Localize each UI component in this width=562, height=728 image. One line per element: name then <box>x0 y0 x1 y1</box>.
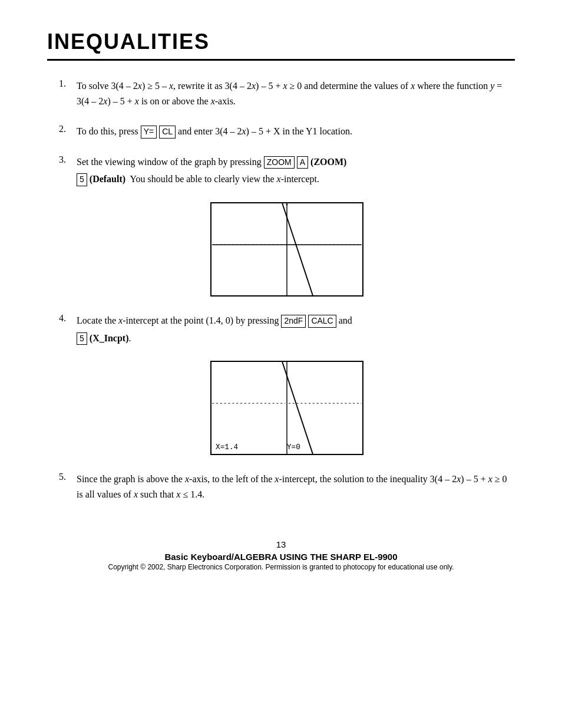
graph2-ylabel: Y=0 <box>287 443 300 452</box>
key-zoom: ZOOM <box>264 156 295 169</box>
key-cl: CL <box>159 126 176 139</box>
footer: 13 Basic Keyboard/ALGEBRA USING THE SHAR… <box>47 539 515 571</box>
item-number-3: 3. <box>59 154 77 165</box>
footer-title: Basic Keyboard/ALGEBRA USING THE SHARP E… <box>47 552 515 562</box>
item-3-text-line2: 5 (Default) You should be able to clearl… <box>77 172 515 187</box>
item-4-text-line1: Locate the x-intercept at the point (1.4… <box>77 313 515 328</box>
key-calc: CALC <box>308 315 336 328</box>
key-a: A <box>297 156 308 169</box>
list-item-4: 4. Locate the x-intercept at the point (… <box>59 313 515 348</box>
item-5-text: Since the graph is above the x-axis, to … <box>77 472 515 502</box>
page-number: 13 <box>47 539 515 549</box>
graph2-xlabel: X=1.4 <box>216 443 238 452</box>
item-body-4: Locate the x-intercept at the point (1.4… <box>77 313 515 348</box>
item-body-3: Set the viewing window of the graph by p… <box>77 154 515 189</box>
zoom-label: (ZOOM) <box>310 157 346 167</box>
item-number-1: 1. <box>59 78 77 89</box>
key-y-equals: Y= <box>141 126 157 139</box>
item-3-text-line1: Set the viewing window of the graph by p… <box>77 154 515 170</box>
key-five-xincpt: 5 <box>77 332 87 345</box>
default-label: (Default) <box>90 174 125 184</box>
list-item-1: 1. To solve 3(4 – 2x) ≥ 5 – x, rewrite i… <box>59 78 515 111</box>
list-item-2: 2. To do this, press Y= CL and enter 3(4… <box>59 124 515 141</box>
item-2-text: To do this, press Y= CL and enter 3(4 – … <box>77 124 515 139</box>
key-2ndf: 2ndF <box>281 315 306 328</box>
item-number-2: 2. <box>59 124 77 134</box>
item-body-2: To do this, press Y= CL and enter 3(4 – … <box>77 124 515 141</box>
item-1-text: To solve 3(4 – 2x) ≥ 5 – x, rewrite it a… <box>77 78 515 108</box>
item-body-1: To solve 3(4 – 2x) ≥ 5 – x, rewrite it a… <box>77 78 515 111</box>
footer-copyright: Copyright © 2002, Sharp Electronics Corp… <box>47 563 515 571</box>
item-body-5: Since the graph is above the x-axis, to … <box>77 472 515 504</box>
page-title: INEQUALITIES <box>47 29 515 61</box>
item-number-5: 5. <box>59 472 77 482</box>
item-number-4: 4. <box>59 313 77 324</box>
item-4-text-line2: 5 (X_Incpt). <box>77 331 515 346</box>
graph-2-container: X=1.4 Y=0 <box>59 361 515 455</box>
graph-1-container <box>59 202 515 297</box>
graph-2-svg: X=1.4 Y=0 <box>211 362 362 454</box>
key-five-default: 5 <box>77 173 87 186</box>
xincpt-label: (X_Incpt) <box>90 333 129 343</box>
graph-1-svg <box>211 203 362 295</box>
list-item-5: 5. Since the graph is above the x-axis, … <box>59 472 515 504</box>
graph-2: X=1.4 Y=0 <box>210 361 363 455</box>
graph-1 <box>210 202 363 297</box>
list-item-3: 3. Set the viewing window of the graph b… <box>59 154 515 189</box>
